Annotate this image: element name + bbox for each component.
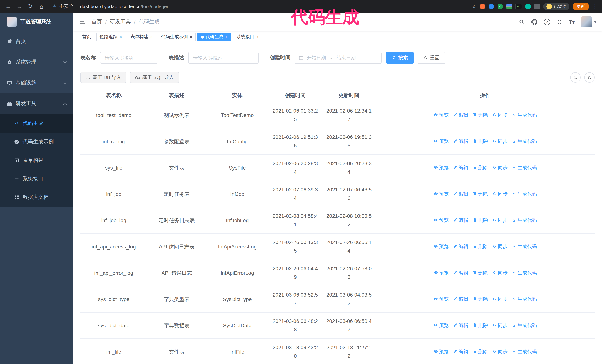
close-tab-icon[interactable]: × [256,35,258,39]
breadcrumb-item[interactable]: 首页 [92,19,102,25]
edit-link[interactable]: 编辑 [453,111,468,119]
extension-icon[interactable] [525,3,531,9]
view-tab[interactable]: 首页 [79,32,95,41]
forward-icon[interactable]: → [16,3,23,10]
extension-icon[interactable]: on [515,3,522,9]
view-tab[interactable]: 系统接口× [233,32,262,41]
address-bar[interactable]: ⚠ 不安全 | dashboard.yudao.iocoder.cn/tool/… [53,3,468,10]
help-icon[interactable]: ? [544,19,550,25]
extension-icon[interactable] [534,3,540,9]
sync-link[interactable]: 同步 [492,242,507,251]
paused-badge[interactable]: 已暂停 [543,3,570,10]
generate-link[interactable]: 生成代码 [512,190,537,198]
sidebar-item-db-docs[interactable]: 数据库文档 [0,188,73,207]
table-desc-input[interactable] [188,52,258,64]
sidebar-item-home[interactable]: 首页 [0,31,73,52]
show-search-button[interactable] [570,72,580,83]
sidebar-item-codegen-example[interactable]: 代码生成示例 [0,133,73,151]
edit-link[interactable]: 编辑 [453,137,468,146]
generate-link[interactable]: 生成代码 [512,137,537,146]
preview-link[interactable]: 预览 [433,137,449,146]
font-size-icon[interactable]: TT [569,19,575,25]
sidebar-item-form-builder[interactable]: 表单构建 [0,151,73,170]
reset-button[interactable]: 重置 [418,52,445,64]
edit-link[interactable]: 编辑 [453,269,468,277]
generate-link[interactable]: 生成代码 [512,242,537,251]
hamburger-icon[interactable] [79,18,86,26]
extension-icon[interactable] [489,3,494,9]
generate-link[interactable]: 生成代码 [512,295,537,303]
close-tab-icon[interactable]: × [225,35,228,39]
preview-link[interactable]: 预览 [433,295,449,303]
close-tab-icon[interactable]: × [190,35,192,39]
sync-link[interactable]: 同步 [492,190,507,198]
close-tab-icon[interactable]: × [119,35,122,39]
delete-link[interactable]: 删除 [473,111,488,119]
browser-menu-icon[interactable]: ⋮ [592,3,598,9]
security-label[interactable]: 不安全 [59,3,74,10]
generate-link[interactable]: 生成代码 [512,216,537,224]
sync-link[interactable]: 同步 [492,321,507,330]
page-url[interactable]: dashboard.yudao.iocoder.cn/tool/codegen [80,3,170,9]
delete-link[interactable]: 删除 [473,163,488,172]
delete-link[interactable]: 删除 [473,137,488,146]
generate-link[interactable]: 生成代码 [512,163,537,172]
import-db-button[interactable]: 基于 DB 导入 [80,72,127,83]
reload-icon[interactable]: ↻ [27,3,34,10]
sidebar-item-system[interactable]: 系统管理 [0,52,73,73]
import-sql-button[interactable]: 基于 SQL 导入 [130,72,179,83]
extension-icon[interactable] [480,3,485,9]
preview-link[interactable]: 预览 [433,269,449,277]
sidebar-item-system-api[interactable]: 系统接口 [0,170,73,188]
view-tab[interactable]: 表单构建× [127,32,156,41]
view-tab[interactable]: 链路追踪× [96,32,125,41]
update-button[interactable]: 更新 [573,2,589,10]
edit-link[interactable]: 编辑 [453,216,468,224]
back-icon[interactable]: ← [4,3,12,10]
table-name-input[interactable] [100,52,157,64]
home-icon[interactable]: ⌂ [38,3,45,10]
view-tab[interactable]: 代码生成× [197,32,231,41]
user-menu[interactable]: ▾ [581,16,596,27]
sync-link[interactable]: 同步 [492,347,507,356]
delete-link[interactable]: 删除 [473,295,488,303]
edit-link[interactable]: 编辑 [453,321,468,330]
delete-link[interactable]: 删除 [473,269,488,277]
preview-link[interactable]: 预览 [433,163,449,172]
edit-link[interactable]: 编辑 [453,347,468,356]
delete-link[interactable]: 删除 [473,347,488,356]
close-tab-icon[interactable]: × [150,35,153,39]
generate-link[interactable]: 生成代码 [512,321,537,330]
preview-link[interactable]: 预览 [433,347,449,356]
sidebar-item-devtools[interactable]: 研发工具 [0,93,73,114]
app-logo[interactable]: 芋道管理系统 [0,13,73,31]
sync-link[interactable]: 同步 [492,163,507,172]
delete-link[interactable]: 删除 [473,216,488,224]
edit-link[interactable]: 编辑 [453,190,468,198]
delete-link[interactable]: 删除 [473,242,488,251]
refresh-table-button[interactable] [584,72,595,83]
extension-icon[interactable]: ✓ [497,3,503,9]
preview-link[interactable]: 预览 [433,242,449,251]
preview-link[interactable]: 预览 [433,321,449,330]
view-tab[interactable]: 代码生成示例× [158,32,196,41]
search-button[interactable]: 搜索 [386,52,414,64]
generate-link[interactable]: 生成代码 [512,347,537,356]
generate-link[interactable]: 生成代码 [512,111,537,119]
breadcrumb-item[interactable]: 研发工具 [110,19,131,25]
edit-link[interactable]: 编辑 [453,242,468,251]
sync-link[interactable]: 同步 [492,269,507,277]
sync-link[interactable]: 同步 [492,137,507,146]
sidebar-item-infra[interactable]: 基础设施 [0,73,73,93]
generate-link[interactable]: 生成代码 [512,269,537,277]
date-range-picker[interactable]: 开始日期 - 结束日期 [294,52,382,64]
preview-link[interactable]: 预览 [433,216,449,224]
delete-link[interactable]: 删除 [473,321,488,330]
github-icon[interactable] [531,19,537,25]
search-icon[interactable] [518,19,525,25]
delete-link[interactable]: 删除 [473,190,488,198]
sync-link[interactable]: 同步 [492,216,507,224]
fullscreen-icon[interactable] [556,19,563,25]
bookmark-star-icon[interactable]: ☆ [472,3,476,9]
edit-link[interactable]: 编辑 [453,163,468,172]
